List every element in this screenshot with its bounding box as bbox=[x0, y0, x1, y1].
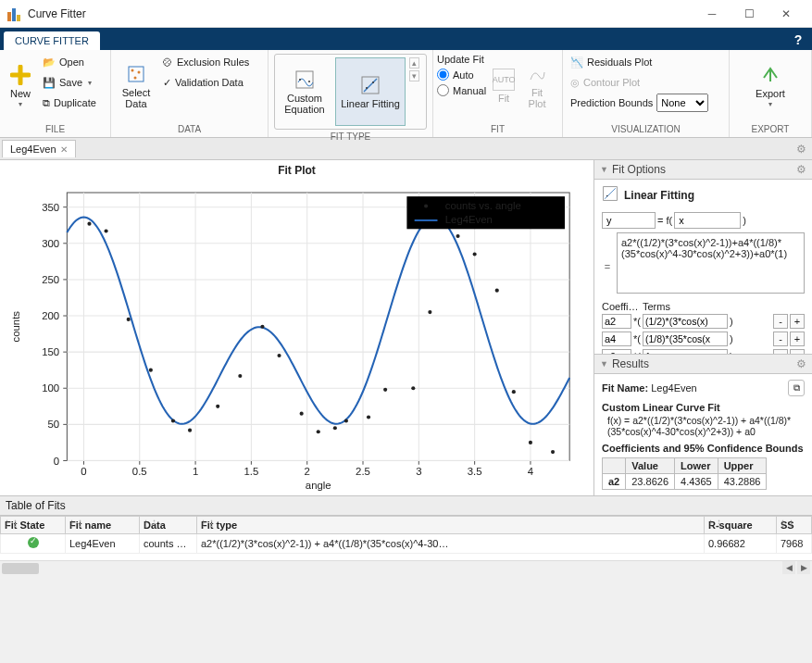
col-data[interactable]: ⋮⋮Data bbox=[140, 517, 197, 534]
fit-row[interactable]: Leg4Even counts … a2*((1/2)*(3*cos(x)^2-… bbox=[1, 534, 812, 554]
fit-plot-button[interactable]: Fit Plot bbox=[521, 52, 553, 120]
x-variable-input[interactable] bbox=[674, 212, 741, 229]
auto-radio[interactable]: Auto bbox=[437, 69, 486, 81]
coef-name-input[interactable] bbox=[602, 332, 631, 346]
svg-text:0.5: 0.5 bbox=[132, 466, 147, 477]
custom-equation-button[interactable]: Custom Equation bbox=[278, 57, 331, 126]
chevron-down-icon: ▾ bbox=[19, 100, 22, 108]
fittype-down-icon[interactable]: ▾ bbox=[409, 70, 419, 81]
svg-point-69 bbox=[127, 318, 131, 321]
prediction-bounds-row: Prediction Bounds None bbox=[567, 93, 725, 113]
svg-point-84 bbox=[428, 310, 431, 314]
svg-point-67 bbox=[87, 222, 91, 226]
svg-point-86 bbox=[473, 252, 477, 256]
open-button[interactable]: 📂Open bbox=[39, 52, 100, 72]
minimize-button[interactable]: ─ bbox=[693, 1, 731, 27]
results-header[interactable]: ▼ Results ⚙ bbox=[594, 355, 812, 374]
fit-plot-chart[interactable]: 00.511.522.533.54050100150200250300350an… bbox=[0, 177, 593, 500]
select-data-button[interactable]: Select Data bbox=[115, 52, 157, 120]
save-button[interactable]: 💾Save▾ bbox=[39, 72, 100, 93]
coef-header-coef: Coeffi… bbox=[602, 301, 643, 312]
svg-text:0: 0 bbox=[54, 456, 59, 467]
svg-point-75 bbox=[260, 325, 264, 329]
svg-text:counts vs. angle: counts vs. angle bbox=[445, 200, 521, 211]
svg-text:counts: counts bbox=[10, 311, 21, 343]
fit-auto-icon: AUTO bbox=[493, 69, 515, 91]
svg-point-8 bbox=[299, 79, 301, 81]
svg-text:2.5: 2.5 bbox=[356, 466, 370, 477]
export-button[interactable]: Export ▾ bbox=[749, 52, 792, 120]
col-rsquare[interactable]: ⋮⋮R-square bbox=[705, 517, 777, 534]
manual-radio[interactable]: Manual bbox=[437, 84, 486, 96]
scroll-right-icon[interactable]: ▶ bbox=[797, 561, 810, 574]
help-button[interactable]: ? bbox=[788, 30, 808, 50]
validation-data-button[interactable]: ✓Validation Data bbox=[159, 72, 253, 93]
svg-point-82 bbox=[383, 388, 387, 392]
model-title: Custom Linear Curve Fit bbox=[602, 402, 720, 413]
duplicate-button[interactable]: ⧉Duplicate bbox=[39, 93, 100, 113]
svg-rect-1 bbox=[12, 8, 16, 21]
options-gear-icon[interactable]: ⚙ bbox=[796, 357, 806, 370]
svg-point-77 bbox=[300, 412, 304, 416]
col-fit-state[interactable]: ⋮⋮Fit State bbox=[1, 517, 66, 534]
coef-term-input[interactable] bbox=[643, 314, 728, 329]
prediction-bounds-select[interactable]: None bbox=[656, 94, 708, 112]
svg-point-9 bbox=[308, 81, 310, 82]
fittype-up-icon[interactable]: ▴ bbox=[409, 57, 419, 69]
exclusion-rules-button[interactable]: ⛒Exclusion Rules bbox=[159, 52, 253, 72]
close-tab-icon[interactable]: ✕ bbox=[60, 144, 68, 155]
tab-options-icon[interactable]: ⚙ bbox=[796, 143, 806, 156]
horizontal-scrollbar[interactable]: ◀▶ bbox=[0, 560, 812, 575]
svg-point-88 bbox=[512, 390, 516, 394]
save-icon: 💾 bbox=[43, 77, 56, 89]
coef-row: *()-+ bbox=[602, 314, 805, 329]
fit-name-value: Leg4Even bbox=[651, 382, 697, 394]
svg-point-73 bbox=[216, 405, 219, 408]
table-of-fits: Table of Fits ⋮⋮Fit State ⋮⋮Fit name ⋮⋮D… bbox=[0, 495, 812, 560]
copy-results-icon[interactable]: ⧉ bbox=[788, 380, 805, 396]
svg-text:50: 50 bbox=[47, 419, 59, 431]
document-tab[interactable]: Leg4Even ✕ bbox=[2, 140, 76, 157]
svg-text:3: 3 bbox=[416, 466, 421, 477]
svg-text:3.5: 3.5 bbox=[468, 466, 482, 477]
coef-term-input[interactable] bbox=[643, 332, 728, 346]
coef-header-terms: Terms bbox=[643, 301, 670, 312]
fit-button[interactable]: AUTO Fit bbox=[488, 52, 519, 120]
residuals-plot-button[interactable]: 📉Residuals Plot bbox=[567, 52, 725, 72]
fit-type-group-label: FIT TYPE bbox=[272, 131, 429, 143]
close-window-button[interactable]: ✕ bbox=[768, 1, 805, 27]
remove-term-button[interactable]: - bbox=[773, 314, 788, 329]
svg-text:1.5: 1.5 bbox=[244, 466, 258, 477]
scroll-thumb[interactable] bbox=[2, 563, 39, 574]
svg-point-78 bbox=[317, 430, 320, 433]
ribbon-tab-curve-fitter[interactable]: CURVE FITTER bbox=[4, 31, 100, 50]
contour-plot-button[interactable]: ◎Contour Plot bbox=[567, 72, 725, 93]
col-sse[interactable]: ⋮⋮SS bbox=[777, 517, 812, 534]
svg-point-79 bbox=[333, 426, 337, 430]
svg-point-81 bbox=[367, 415, 370, 419]
col-fit-type[interactable]: ⋮⋮Fit type bbox=[197, 517, 705, 534]
chevron-down-icon: ▾ bbox=[88, 79, 92, 87]
maximize-button[interactable]: ☐ bbox=[731, 1, 768, 27]
svg-point-90 bbox=[551, 450, 555, 454]
svg-text:300: 300 bbox=[42, 238, 59, 249]
ribbon: New ▾ 📂Open 💾Save▾ ⧉Duplicate FILE Selec… bbox=[0, 50, 812, 138]
coef-name-input[interactable] bbox=[602, 314, 631, 329]
fit-type-title: Linear Fitting bbox=[602, 185, 805, 205]
svg-text:1: 1 bbox=[193, 466, 198, 477]
add-term-button[interactable]: + bbox=[790, 314, 805, 329]
fit-name-label: Fit Name: bbox=[602, 382, 648, 394]
remove-term-button[interactable]: - bbox=[773, 332, 788, 346]
chevron-down-icon: ▾ bbox=[768, 100, 772, 108]
y-variable-input[interactable] bbox=[602, 212, 656, 229]
options-gear-icon[interactable]: ⚙ bbox=[796, 163, 806, 176]
equals-label: = bbox=[602, 261, 613, 272]
col-fit-name[interactable]: ⋮⋮Fit name bbox=[66, 517, 140, 534]
fit-options-header[interactable]: ▼ Fit Options ⚙ bbox=[594, 160, 812, 180]
formula-textarea[interactable]: a2*((1/2)*(3*cos(x)^2-1))+a4*((1/8)*(35*… bbox=[617, 232, 805, 294]
add-term-button[interactable]: + bbox=[790, 332, 805, 346]
model-equation: f(x) = a2*((1/2)*(3*cos(x)^2-1)) + a4*((… bbox=[602, 415, 805, 437]
new-button[interactable]: New ▾ bbox=[4, 52, 37, 120]
scroll-left-icon[interactable]: ◀ bbox=[782, 561, 795, 574]
linear-fitting-button[interactable]: Linear Fitting bbox=[335, 57, 406, 126]
